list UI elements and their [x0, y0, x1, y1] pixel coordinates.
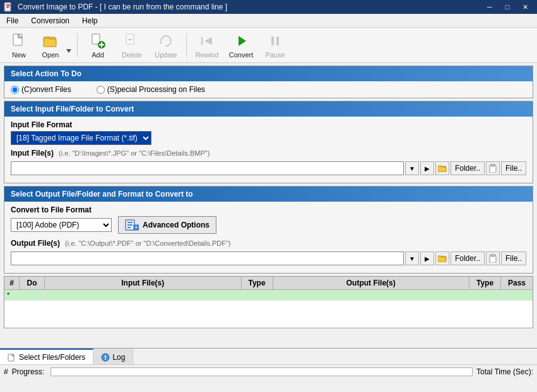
open-button[interactable]: Open: [37, 30, 64, 61]
row-output: [273, 290, 470, 300]
rewind-label: Rewind: [196, 51, 219, 59]
minimize-button[interactable]: ─: [481, 1, 498, 13]
output-folder-btn[interactable]: Folder..: [451, 251, 485, 265]
row-input: [45, 290, 242, 300]
svg-rect-26: [127, 222, 133, 223]
input-files-input[interactable]: [11, 161, 404, 175]
convert-button[interactable]: Convert: [225, 30, 257, 61]
menu-conversion[interactable]: Conversion: [25, 14, 76, 27]
output-files-input[interactable]: [11, 251, 404, 265]
output-clipboard-btn[interactable]: [486, 251, 500, 265]
pause-label: Pause: [265, 51, 285, 59]
table-header: # Do Input File(s) Type Output File(s) T…: [4, 277, 533, 290]
bottom-tabs: Select Files/Folders Log: [0, 348, 537, 364]
delete-label: Delete: [122, 51, 142, 59]
add-button[interactable]: Add: [81, 30, 114, 61]
input-dropdown-btn[interactable]: ▼: [405, 161, 419, 175]
files-tab-icon: [8, 353, 16, 362]
svg-rect-3: [6, 7, 9, 8]
special-processing-input[interactable]: [97, 86, 105, 94]
svg-marker-16: [160, 41, 162, 43]
update-label: Update: [155, 51, 177, 59]
convert-files-input[interactable]: [11, 86, 19, 94]
output-section-header: Select Output File/Folder and Format to …: [4, 187, 533, 202]
output-section-title: Select Output File/Folder and Format to …: [11, 190, 193, 199]
svg-rect-27: [127, 224, 133, 226]
tab-log[interactable]: Log: [93, 349, 133, 365]
pause-icon: [266, 32, 284, 50]
delete-icon: [123, 32, 141, 50]
svg-rect-4: [13, 34, 22, 45]
special-processing-label: (S)pecial Processing on Files: [107, 85, 205, 94]
table-row[interactable]: *: [4, 290, 533, 301]
pause-button[interactable]: Pause: [259, 30, 292, 61]
close-button[interactable]: ✕: [517, 1, 533, 13]
update-icon: [157, 32, 175, 50]
maximize-button[interactable]: □: [499, 1, 516, 13]
advanced-options-label: Advanced Options: [143, 221, 209, 229]
open-icon: [42, 32, 59, 50]
output-file-btn[interactable]: File..: [501, 251, 526, 265]
input-folder-btn[interactable]: Folder..: [451, 161, 485, 175]
toolbar: New Open Add: [0, 28, 537, 63]
input-files-hint: (i.e. "D:\Images\*.JPG" or "C:\Files\Det…: [59, 149, 209, 157]
open-button-group: Open: [37, 30, 73, 61]
convert-label: Convert: [229, 51, 254, 59]
svg-marker-9: [66, 49, 71, 53]
advanced-options-button[interactable]: Advanced Options: [118, 216, 216, 234]
svg-rect-33: [491, 254, 495, 257]
delete-button[interactable]: Delete: [115, 30, 148, 61]
input-file-btn[interactable]: File..: [501, 161, 526, 175]
svg-marker-19: [239, 36, 246, 46]
output-format-select[interactable]: [100] Adobe (PDF)[101] TIFF Multi-Page[1…: [11, 218, 112, 232]
update-button[interactable]: Update: [150, 30, 182, 61]
col-type-out: Type: [469, 277, 501, 289]
tab-files-label: Select Files/Folders: [19, 353, 85, 362]
svg-rect-21: [276, 37, 279, 45]
col-input: Input File(s): [45, 277, 242, 289]
svg-rect-1: [6, 4, 10, 5]
svg-rect-24: [491, 164, 495, 166]
new-icon: [10, 32, 28, 50]
input-clipboard-btn[interactable]: [486, 161, 500, 175]
output-format-label: Convert to File Format: [11, 205, 526, 214]
svg-rect-20: [271, 37, 274, 45]
table-body: *: [4, 290, 533, 328]
status-total: Total Time (Sec):: [476, 367, 533, 376]
window-controls: ─ □ ✕: [481, 1, 533, 13]
open-dropdown-button[interactable]: [64, 30, 73, 61]
col-output: Output File(s): [273, 277, 470, 289]
convert-icon: [232, 32, 250, 50]
file-table: # Do Input File(s) Type Output File(s) T…: [4, 276, 533, 328]
output-nav-btn[interactable]: ▶: [420, 251, 434, 265]
window-title: Convert Image to PDF - [ I can be run fr…: [18, 3, 481, 11]
action-section: Select Action To Do (C)onvert Files (S)p…: [4, 66, 533, 98]
output-folder-icon-btn[interactable]: [435, 251, 449, 265]
svg-point-38: [105, 359, 106, 360]
row-type-in: [242, 290, 273, 300]
toolbar-sep-1: [77, 33, 78, 57]
new-button[interactable]: New: [3, 30, 35, 61]
output-files-label: Output File(s): [11, 239, 60, 248]
menu-file[interactable]: File: [0, 14, 25, 27]
svg-marker-18: [204, 37, 212, 45]
convert-files-radio[interactable]: (C)onvert Files: [11, 85, 71, 94]
tab-log-label: Log: [112, 353, 125, 362]
row-pass: [501, 290, 533, 300]
add-icon: [89, 32, 107, 50]
output-dropdown-btn[interactable]: ▼: [405, 251, 419, 265]
rewind-button[interactable]: Rewind: [191, 30, 223, 61]
input-nav-btn[interactable]: ▶: [420, 161, 434, 175]
input-folder-icon-btn[interactable]: [435, 161, 449, 175]
svg-rect-28: [127, 227, 131, 228]
new-label: New: [12, 51, 26, 59]
col-type-in: Type: [242, 277, 273, 289]
special-processing-radio[interactable]: (S)pecial Processing on Files: [97, 85, 205, 94]
menu-help[interactable]: Help: [76, 14, 104, 27]
tab-files[interactable]: Select Files/Folders: [0, 349, 93, 365]
action-section-title: Select Action To Do: [11, 69, 81, 78]
svg-rect-2: [6, 6, 10, 6]
status-progress-label: Progress:: [12, 367, 44, 376]
input-format-select[interactable]: [18] Tagged Image File Format (*.tif)[1]…: [11, 131, 151, 145]
open-label: Open: [42, 51, 59, 59]
